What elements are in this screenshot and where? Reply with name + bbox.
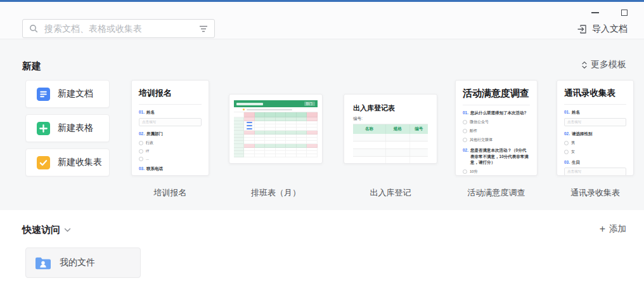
import-icon [577, 24, 588, 34]
field-label: 姓名 [572, 109, 580, 115]
template-caption: 通讯录收集表 [557, 187, 634, 199]
radio-icon [564, 150, 569, 154]
new-form-label: 新建收集表 [58, 157, 102, 168]
search-icon [29, 24, 38, 33]
add-button[interactable]: + 添加 [600, 223, 626, 235]
top-bar: 导入文档 [0, 2, 644, 39]
code-label: 编号: [353, 116, 428, 124]
search-input[interactable] [43, 23, 199, 34]
schedule-note-row [234, 107, 318, 112]
new-sheet-label: 新建表格 [58, 122, 93, 134]
field-number: 01. [564, 109, 570, 115]
spreadsheet-plus-icon [37, 122, 50, 135]
template-card-stock-register[interactable]: 出入库登记表 编号: 名称 规格 编号 [344, 94, 437, 164]
more-templates-button[interactable]: 更多模板 [581, 59, 626, 70]
field-number: 01. [463, 110, 468, 116]
app-window: 导入文档 新建 更多模板 新建文档 新建表格 新 [0, 0, 644, 290]
my-files-label: 我的文件 [60, 257, 95, 268]
minimize-button[interactable] [589, 7, 601, 18]
stock-table-header: 名称 规格 编号 [353, 124, 428, 134]
quick-access-header[interactable]: 快速访问 [22, 224, 71, 236]
template-card-monthly-schedule[interactable]: 部门: [229, 94, 323, 164]
field-number: 02. [564, 131, 570, 137]
folder-user-icon [35, 256, 51, 270]
contact-form-preview: 通讯录收集表 01.姓名 点击填写 02.请选择性别 男 女 03.生日 点击填… [557, 81, 633, 176]
training-form-preview: 培训报名 01.姓名 点击填写 02.所属部门 行政 IT ... 03.联系电… [132, 81, 209, 171]
radio-icon [564, 141, 569, 145]
import-label: 导入文档 [592, 23, 628, 35]
schedule-mini-grid [234, 112, 318, 157]
schedule-title-bar: 部门: [234, 100, 318, 107]
preview-input: 点击填写 [564, 168, 626, 176]
department-label: 部门: [304, 102, 315, 106]
radio-icon [463, 120, 467, 124]
option-label: IT [146, 149, 149, 153]
preview-input: 点击填写 [564, 118, 626, 126]
import-document-button[interactable]: 导入文档 [577, 23, 628, 35]
option-label: 男 [571, 140, 575, 146]
stock-register-preview: 出入库登记表 编号: 名称 规格 编号 [344, 95, 437, 164]
template-caption: 出入库登记 [344, 187, 437, 199]
option-label: 其他社交媒体 [470, 137, 493, 143]
preview-title: 出入库登记表 [353, 103, 428, 113]
field-number: 03. [564, 159, 570, 166]
search-box[interactable] [22, 19, 215, 38]
field-number: 02. [139, 131, 145, 137]
new-section: 新建 更多模板 新建文档 新建表格 新建收集表 [0, 39, 644, 210]
new-document-label: 新建文档 [58, 88, 93, 100]
column-header: 规格 [386, 124, 410, 134]
radio-icon [463, 138, 467, 142]
new-sheet-button[interactable]: 新建表格 [25, 114, 110, 142]
option-label: 邮件 [470, 128, 477, 134]
preview-title: 培训报名 [139, 88, 202, 99]
radio-icon [139, 149, 143, 154]
template-caption: 活动满意度调查 [455, 187, 538, 199]
radio-icon [139, 157, 143, 161]
column-header: 编号 [410, 124, 428, 134]
field-label: 请选择性别 [572, 131, 593, 137]
sort-chevrons-icon [581, 61, 588, 69]
field-label: 您从什么渠道得知了本次活动? [470, 110, 526, 116]
template-card-training-signup[interactable]: 培训报名 01.姓名 点击填写 02.所属部门 行政 IT ... 03.联系电… [131, 80, 209, 176]
template-card-satisfaction-survey[interactable]: 活动满意度调查 01.您从什么渠道得知了本次活动? 微信公众号 邮件 其他社交媒… [455, 80, 538, 176]
field-label: 所属部门 [146, 131, 163, 137]
new-section-title: 新建 [22, 60, 41, 72]
column-header: 名称 [353, 124, 386, 134]
form-check-icon [37, 156, 50, 169]
option-label: ... [146, 157, 149, 161]
radio-icon [463, 129, 467, 133]
schedule-sheet-preview: 部门: [234, 100, 318, 157]
more-templates-label: 更多模板 [591, 59, 626, 70]
new-document-button[interactable]: 新建文档 [25, 80, 110, 108]
maximize-button[interactable] [619, 7, 630, 18]
radio-icon [139, 141, 143, 145]
template-card-contact-collection[interactable]: 通讯录收集表 01.姓名 点击填写 02.请选择性别 男 女 03.生日 点击填… [557, 80, 634, 176]
field-label: 姓名 [146, 109, 155, 115]
schedule-title-text [236, 103, 263, 105]
my-files-item[interactable]: 我的文件 [25, 247, 141, 278]
option-label: 行政 [146, 140, 153, 146]
preview-title: 通讯录收集表 [564, 88, 626, 99]
field-label: 您是否满意本次活动？（0分代表非常不满意，10分代表非常满意，请打分） [470, 147, 530, 166]
option-label: 10分 [470, 169, 478, 175]
field-label: 联系电话 [146, 166, 163, 172]
maximize-icon [621, 10, 628, 16]
preview-title: 活动满意度调查 [463, 88, 530, 100]
minimize-icon [591, 12, 599, 13]
plus-icon: + [600, 224, 605, 234]
survey-form-preview: 活动满意度调查 01.您从什么渠道得知了本次活动? 微信公众号 邮件 其他社交媒… [456, 81, 537, 175]
chevron-down-icon [64, 228, 71, 232]
field-number: 03. [139, 166, 145, 172]
quick-access-section: 快速访问 + 添加 我的文件 [0, 210, 644, 290]
filter-icon[interactable] [199, 25, 208, 32]
field-label: 生日 [572, 159, 580, 166]
field-number: 01. [139, 109, 145, 115]
new-form-button[interactable]: 新建收集表 [25, 148, 110, 176]
window-controls [589, 7, 630, 18]
add-label: 添加 [609, 223, 626, 235]
option-label: 微信公众号 [470, 119, 489, 125]
field-number: 02. [463, 147, 468, 166]
document-icon [37, 88, 50, 101]
radio-icon [463, 169, 467, 174]
template-caption: 排班表（月） [229, 187, 323, 199]
